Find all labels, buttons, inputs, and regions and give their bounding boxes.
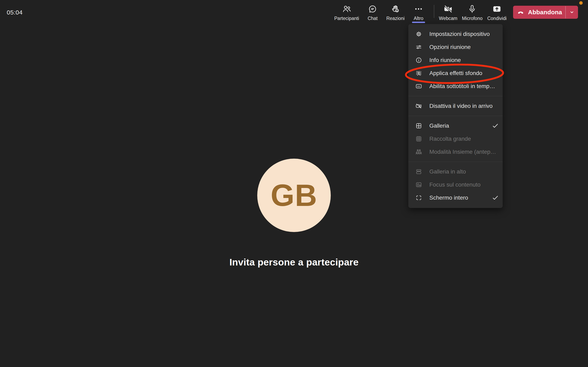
altro-menu: Impostazioni dispositivo Opzioni riunion…: [408, 24, 503, 208]
share-screen-icon: [492, 4, 502, 14]
sliders-icon: [415, 44, 422, 50]
chat-icon: [368, 4, 378, 14]
toolbar-condividi[interactable]: Condividi: [487, 4, 507, 21]
menu-item-label: Modalità Insieme (antep…: [429, 149, 499, 155]
microphone-icon: [467, 4, 477, 14]
toolbar-divider: [434, 5, 434, 18]
toolbar-label: Webcam: [439, 16, 457, 21]
invite-text: Invita persone a partecipare: [0, 257, 588, 268]
toolbar-microfono[interactable]: Microfono: [462, 4, 483, 21]
gallery-grid-icon: [415, 122, 422, 129]
gear-icon: [415, 31, 422, 38]
menu-item-label: Raccolta grande: [429, 136, 499, 142]
menu-item-galleria[interactable]: Galleria: [408, 119, 503, 132]
toolbar-label: Reazioni: [386, 16, 405, 21]
menu-item-raccolta-grande: Raccolta grande: [408, 132, 503, 145]
webcam-off-icon: [443, 4, 453, 14]
menu-item-info-riunione[interactable]: Info riunione: [408, 54, 503, 67]
toolbar-webcam[interactable]: Webcam: [439, 4, 457, 21]
toolbar-label: Chat: [368, 16, 378, 21]
menu-item-schermo-intero[interactable]: Schermo intero: [408, 191, 503, 204]
toolbar-label: Partecipanti: [334, 16, 359, 21]
menu-item-label: Galleria in alto: [429, 168, 499, 175]
leave-button-label: Abbandona: [528, 9, 562, 16]
svg-text:CC: CC: [417, 85, 420, 87]
menu-item-label: Disattiva il video in arrivo: [429, 103, 499, 109]
menu-item-disattiva-video-in-arrivo[interactable]: Disattiva il video in arrivo: [408, 100, 503, 113]
check-icon: [492, 122, 499, 129]
reactions-icon: [390, 4, 400, 14]
check-icon: [492, 194, 499, 201]
menu-item-impostazioni-dispositivo[interactable]: Impostazioni dispositivo: [408, 27, 503, 41]
toolbar-label: Condividi: [487, 16, 507, 21]
menu-item-label: Schermo intero: [429, 194, 490, 201]
toolbar-chat[interactable]: Chat: [368, 4, 378, 21]
menu-divider: [408, 116, 503, 116]
background-effects-icon: [415, 70, 422, 77]
large-gallery-grid-icon: [415, 135, 422, 142]
leave-dropdown-button[interactable]: [566, 6, 578, 19]
avatar-initials: GB: [271, 178, 318, 213]
toolbar-altro[interactable]: Altro: [414, 4, 424, 21]
menu-item-abilita-sottotitoli[interactable]: CC Abilita sottotitoli in temp…: [408, 80, 503, 93]
meeting-stage: 05:04 Partecipanti Chat: [0, 0, 588, 367]
menu-item-label: Focus sul contenuto: [429, 182, 499, 188]
hang-up-icon: [516, 8, 525, 17]
menu-item-label: Galleria: [429, 123, 490, 129]
fullscreen-icon: [415, 194, 422, 201]
active-tab-underline: [412, 22, 425, 23]
menu-item-focus-sul-contenuto: Focus sul contenuto: [408, 178, 503, 191]
toolbar-reazioni[interactable]: Reazioni: [386, 4, 405, 21]
top-gallery-icon: [415, 168, 422, 175]
menu-item-label: Impostazioni dispositivo: [429, 31, 499, 37]
info-icon: [415, 57, 422, 64]
menu-item-applica-effetti-sfondo[interactable]: Applica effetti sfondo: [408, 67, 503, 80]
toolbar-partecipanti[interactable]: Partecipanti: [334, 4, 359, 21]
menu-item-opzioni-riunione[interactable]: Opzioni riunione: [408, 41, 503, 54]
menu-item-galleria-in-alto: Galleria in alto: [408, 165, 503, 178]
meeting-timer: 05:04: [7, 9, 23, 16]
content-focus-icon: [415, 181, 422, 188]
avatar: GB: [257, 159, 331, 232]
menu-item-label: Abilita sottotitoli in temp…: [429, 83, 499, 90]
menu-item-label: Opzioni riunione: [429, 44, 499, 50]
participants-icon: [342, 4, 352, 14]
toolbar-label: Microfono: [462, 16, 483, 21]
orange-status-dot: [579, 1, 583, 5]
together-mode-icon: [415, 149, 422, 155]
more-icon: [414, 4, 424, 14]
leave-button-main[interactable]: Abbandona: [513, 6, 565, 19]
closed-captions-icon: CC: [415, 83, 422, 90]
leave-button[interactable]: Abbandona: [513, 6, 578, 19]
toolbar-label: Altro: [414, 16, 423, 21]
menu-item-label: Applica effetti sfondo: [429, 70, 499, 76]
menu-item-label: Info riunione: [429, 57, 499, 63]
menu-divider: [408, 162, 503, 162]
menu-item-modalita-insieme: Modalità Insieme (antep…: [408, 145, 503, 158]
chevron-down-icon: [568, 9, 575, 16]
video-off-icon: [415, 103, 422, 109]
